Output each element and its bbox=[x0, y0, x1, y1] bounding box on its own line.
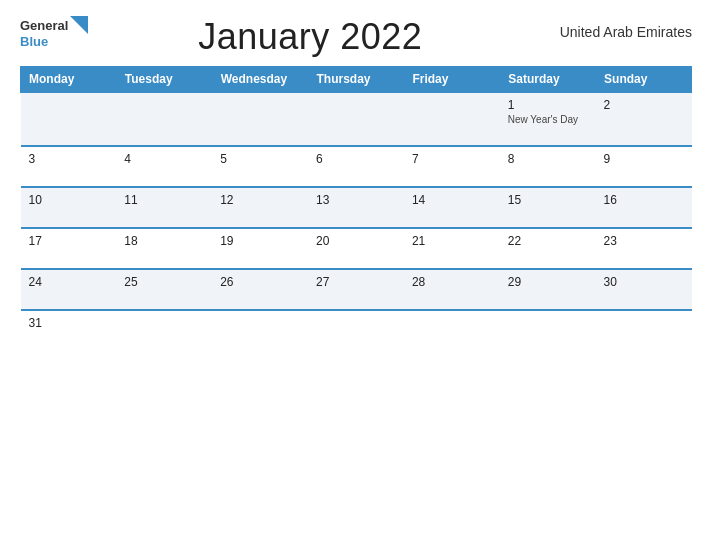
day-number: 24 bbox=[29, 275, 109, 289]
day-cell: 28 bbox=[404, 269, 500, 310]
country-label: United Arab Emirates bbox=[532, 16, 692, 40]
day-cell bbox=[212, 92, 308, 146]
day-number: 16 bbox=[604, 193, 684, 207]
day-cell: 29 bbox=[500, 269, 596, 310]
day-number: 20 bbox=[316, 234, 396, 248]
calendar-table: Monday Tuesday Wednesday Thursday Friday… bbox=[20, 66, 692, 350]
day-cell bbox=[116, 310, 212, 350]
day-number: 11 bbox=[124, 193, 204, 207]
day-cell bbox=[500, 310, 596, 350]
header-sunday: Sunday bbox=[596, 67, 692, 93]
day-number: 12 bbox=[220, 193, 300, 207]
day-number: 29 bbox=[508, 275, 588, 289]
week-row-5: 24252627282930 bbox=[21, 269, 692, 310]
header-saturday: Saturday bbox=[500, 67, 596, 93]
day-number: 9 bbox=[604, 152, 684, 166]
day-cell: 3 bbox=[21, 146, 117, 187]
day-cell: 13 bbox=[308, 187, 404, 228]
header-tuesday: Tuesday bbox=[116, 67, 212, 93]
day-cell: 9 bbox=[596, 146, 692, 187]
day-cell: 15 bbox=[500, 187, 596, 228]
day-cell: 18 bbox=[116, 228, 212, 269]
day-cell bbox=[21, 92, 117, 146]
logo: General Blue bbox=[20, 16, 88, 49]
day-cell: 7 bbox=[404, 146, 500, 187]
day-number: 25 bbox=[124, 275, 204, 289]
day-cell: 17 bbox=[21, 228, 117, 269]
day-cell: 4 bbox=[116, 146, 212, 187]
svg-marker-0 bbox=[70, 16, 88, 34]
day-cell: 26 bbox=[212, 269, 308, 310]
calendar-title-block: January 2022 bbox=[88, 16, 532, 58]
day-number: 4 bbox=[124, 152, 204, 166]
day-cell bbox=[404, 310, 500, 350]
day-cell: 24 bbox=[21, 269, 117, 310]
day-cell: 2 bbox=[596, 92, 692, 146]
day-number: 21 bbox=[412, 234, 492, 248]
week-row-1: 1New Year's Day2 bbox=[21, 92, 692, 146]
day-number: 7 bbox=[412, 152, 492, 166]
day-number: 19 bbox=[220, 234, 300, 248]
day-cell: 1New Year's Day bbox=[500, 92, 596, 146]
day-number: 30 bbox=[604, 275, 684, 289]
day-cell: 19 bbox=[212, 228, 308, 269]
week-row-3: 10111213141516 bbox=[21, 187, 692, 228]
day-cell: 30 bbox=[596, 269, 692, 310]
day-number: 1 bbox=[508, 98, 588, 112]
day-number: 22 bbox=[508, 234, 588, 248]
day-number: 14 bbox=[412, 193, 492, 207]
day-cell: 8 bbox=[500, 146, 596, 187]
logo-general: General bbox=[20, 18, 68, 33]
day-number: 18 bbox=[124, 234, 204, 248]
calendar-title: January 2022 bbox=[88, 16, 532, 58]
day-number: 8 bbox=[508, 152, 588, 166]
day-number: 3 bbox=[29, 152, 109, 166]
day-number: 13 bbox=[316, 193, 396, 207]
day-cell: 6 bbox=[308, 146, 404, 187]
day-number: 31 bbox=[29, 316, 109, 330]
day-cell: 22 bbox=[500, 228, 596, 269]
day-cell: 20 bbox=[308, 228, 404, 269]
week-row-6: 31 bbox=[21, 310, 692, 350]
day-number: 5 bbox=[220, 152, 300, 166]
day-number: 23 bbox=[604, 234, 684, 248]
day-cell bbox=[596, 310, 692, 350]
day-number: 15 bbox=[508, 193, 588, 207]
logo-icon bbox=[70, 16, 88, 34]
calendar-page: General Blue January 2022 United Arab Em… bbox=[0, 0, 712, 550]
logo-blue: Blue bbox=[20, 34, 48, 49]
day-cell: 5 bbox=[212, 146, 308, 187]
header-monday: Monday bbox=[21, 67, 117, 93]
header-thursday: Thursday bbox=[308, 67, 404, 93]
day-cell: 27 bbox=[308, 269, 404, 310]
day-number: 28 bbox=[412, 275, 492, 289]
header-wednesday: Wednesday bbox=[212, 67, 308, 93]
day-cell: 31 bbox=[21, 310, 117, 350]
day-cell: 23 bbox=[596, 228, 692, 269]
day-number: 6 bbox=[316, 152, 396, 166]
day-cell: 21 bbox=[404, 228, 500, 269]
weekday-header-row: Monday Tuesday Wednesday Thursday Friday… bbox=[21, 67, 692, 93]
day-cell bbox=[212, 310, 308, 350]
day-cell: 16 bbox=[596, 187, 692, 228]
week-row-2: 3456789 bbox=[21, 146, 692, 187]
day-cell: 25 bbox=[116, 269, 212, 310]
header-friday: Friday bbox=[404, 67, 500, 93]
day-number: 27 bbox=[316, 275, 396, 289]
day-cell bbox=[404, 92, 500, 146]
day-cell bbox=[308, 310, 404, 350]
day-cell: 14 bbox=[404, 187, 500, 228]
header: General Blue January 2022 United Arab Em… bbox=[20, 16, 692, 58]
day-number: 10 bbox=[29, 193, 109, 207]
holiday-label: New Year's Day bbox=[508, 114, 588, 125]
day-number: 17 bbox=[29, 234, 109, 248]
day-cell: 10 bbox=[21, 187, 117, 228]
day-number: 2 bbox=[604, 98, 684, 112]
day-cell bbox=[116, 92, 212, 146]
day-number: 26 bbox=[220, 275, 300, 289]
week-row-4: 17181920212223 bbox=[21, 228, 692, 269]
day-cell: 12 bbox=[212, 187, 308, 228]
day-cell: 11 bbox=[116, 187, 212, 228]
day-cell bbox=[308, 92, 404, 146]
